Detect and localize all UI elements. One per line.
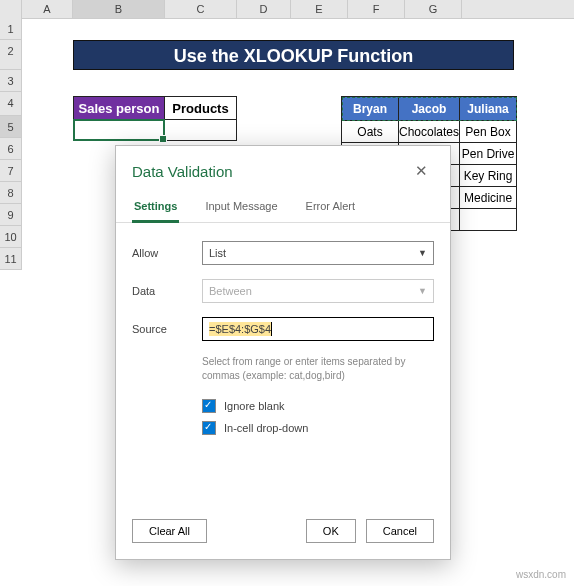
close-button[interactable]: ✕ — [409, 160, 434, 182]
chevron-down-icon: ▼ — [418, 286, 427, 296]
select-all-corner[interactable] — [0, 0, 22, 18]
source-input[interactable]: =$E$4:$G$4 — [202, 317, 434, 341]
cell[interactable]: Key Ring — [460, 165, 517, 187]
row-header[interactable]: 6 — [0, 138, 22, 160]
cell[interactable]: Chocolates — [399, 121, 460, 143]
row-header[interactable]: 2 — [0, 40, 22, 70]
row-header[interactable]: 3 — [0, 70, 22, 92]
cell[interactable] — [460, 209, 517, 231]
dialog-title: Data Validation — [132, 163, 233, 180]
in-cell-dropdown-checkbox[interactable] — [202, 421, 216, 435]
tab-settings[interactable]: Settings — [132, 194, 179, 223]
dialog-titlebar: Data Validation ✕ — [116, 146, 450, 190]
source-label: Source — [132, 323, 202, 335]
row-header[interactable]: 9 — [0, 204, 22, 226]
header-bryan[interactable]: Bryan — [342, 97, 399, 121]
source-value: =$E$4:$G$4 — [209, 322, 271, 336]
header-juliana[interactable]: Juliana — [460, 97, 517, 121]
chevron-down-icon: ▼ — [418, 248, 427, 258]
data-select: Between ▼ — [202, 279, 434, 303]
allow-label: Allow — [132, 247, 202, 259]
spreadsheet: A B C D E F G 1 2 3 4 5 6 7 8 9 10 11 — [0, 0, 574, 19]
text-cursor — [271, 322, 272, 336]
row-header[interactable]: 8 — [0, 182, 22, 204]
ignore-blank-label: Ignore blank — [224, 400, 285, 412]
header-jacob[interactable]: Jacob — [399, 97, 460, 121]
settings-form: Allow List ▼ Data Between ▼ Source =$E — [116, 223, 450, 451]
watermark: wsxdn.com — [516, 569, 566, 580]
cell[interactable]: Medicine — [460, 187, 517, 209]
row-header[interactable]: 11 — [0, 248, 22, 270]
clear-all-button[interactable]: Clear All — [132, 519, 207, 543]
dialog-tabs: Settings Input Message Error Alert — [116, 190, 450, 223]
allow-select[interactable]: List ▼ — [202, 241, 434, 265]
row-headers: 1 2 3 4 5 6 7 8 9 10 11 — [0, 18, 22, 270]
data-validation-dialog: Data Validation ✕ Settings Input Message… — [115, 145, 451, 560]
row-header[interactable]: 7 — [0, 160, 22, 182]
row-header[interactable]: 5 — [0, 116, 22, 138]
ok-button[interactable]: OK — [306, 519, 356, 543]
tab-error-alert[interactable]: Error Alert — [304, 194, 358, 222]
tab-input-message[interactable]: Input Message — [203, 194, 279, 222]
cell[interactable]: Pen Box — [460, 121, 517, 143]
source-range-row: Bryan Jacob Juliana — [342, 97, 517, 121]
col-header-A[interactable]: A — [22, 0, 73, 18]
col-header-B[interactable]: B — [73, 0, 165, 18]
allow-value: List — [209, 247, 226, 259]
row-header[interactable]: 4 — [0, 92, 22, 116]
cell[interactable]: Oats — [342, 121, 399, 143]
col-header-F[interactable]: F — [348, 0, 405, 18]
dialog-buttons: Clear All OK Cancel — [132, 519, 434, 543]
cell-C5[interactable] — [165, 119, 237, 141]
data-label: Data — [132, 285, 202, 297]
row-header[interactable]: 10 — [0, 226, 22, 248]
header-products[interactable]: Products — [165, 96, 237, 120]
col-header-G[interactable]: G — [405, 0, 462, 18]
col-header-D[interactable]: D — [237, 0, 291, 18]
row-header[interactable]: 1 — [0, 18, 22, 40]
title-banner: Use the XLOOKUP Function — [73, 40, 514, 70]
in-cell-dropdown-label: In-cell drop-down — [224, 422, 308, 434]
ignore-blank-checkbox[interactable] — [202, 399, 216, 413]
column-headers: A B C D E F G — [0, 0, 574, 19]
header-sales-person[interactable]: Sales person — [73, 96, 165, 120]
source-help-text: Select from range or enter items separat… — [202, 355, 434, 383]
table-row: OatsChocolatesPen Box — [342, 121, 517, 143]
data-value: Between — [209, 285, 252, 297]
col-header-C[interactable]: C — [165, 0, 237, 18]
active-cell-B5[interactable] — [73, 119, 165, 141]
sales-table: Sales person Products — [73, 96, 237, 141]
cell[interactable]: Pen Drive — [460, 143, 517, 165]
cancel-button[interactable]: Cancel — [366, 519, 434, 543]
col-header-E[interactable]: E — [291, 0, 348, 18]
